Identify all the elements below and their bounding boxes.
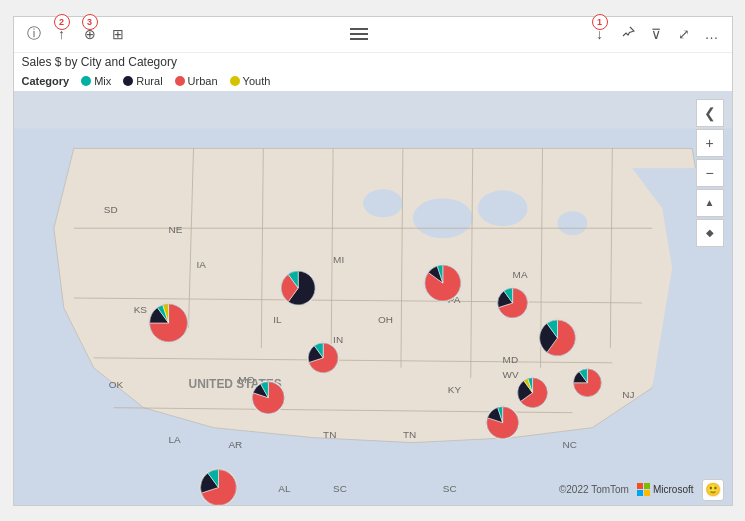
download-button[interactable]: 1 ↓ (588, 22, 612, 46)
chart-title: Sales $ by City and Category (14, 53, 732, 73)
fullscreen-icon: ⤢ (678, 26, 690, 42)
north-button[interactable]: ▲ (696, 189, 724, 217)
back-up-button[interactable]: 2 ↑ (50, 22, 74, 46)
num2-badge: 2 (54, 14, 70, 30)
ms-squares (637, 483, 650, 496)
legend-dot-mix (81, 76, 91, 86)
more-icon: … (705, 26, 719, 42)
legend-dot-youth (230, 76, 240, 86)
legend-text-rural: Rural (136, 75, 162, 87)
hamburger-line1 (350, 28, 368, 30)
pin-button[interactable] (616, 22, 640, 46)
toolbar-left: ⓘ 2 ↑ 3 ⊕ ⊞ (22, 22, 130, 46)
category-label: Category (22, 75, 70, 87)
legend-item-urban: Urban (175, 75, 218, 87)
map-controls: ❮ + − ▲ ◆ (696, 99, 724, 247)
toolbar-center (350, 28, 368, 40)
map-bottom-bar: ©2022 TomTom Microsoft 🙂 (559, 479, 724, 501)
hamburger-menu[interactable] (350, 28, 368, 40)
copyright-text: ©2022 TomTom (559, 484, 629, 495)
legend-bar: Category Mix Rural Urban Youth (14, 73, 732, 91)
pie-layer (14, 91, 732, 505)
ms-square-yellow (644, 490, 650, 496)
microsoft-logo: Microsoft (637, 483, 694, 496)
ms-square-blue (637, 490, 643, 496)
expand-button[interactable]: ⊞ (106, 22, 130, 46)
filter-button[interactable]: ⊽ (644, 22, 668, 46)
zoom-in-button[interactable]: + (696, 129, 724, 157)
legend-item-youth: Youth (230, 75, 271, 87)
feedback-button[interactable]: 🙂 (702, 479, 724, 501)
pin-icon (621, 26, 635, 43)
toolbar: ⓘ 2 ↑ 3 ⊕ ⊞ 1 ↓ (14, 17, 732, 53)
ms-square-green (644, 483, 650, 489)
back-icon: ❮ (704, 105, 716, 121)
locate-button[interactable]: ◆ (696, 219, 724, 247)
info-icon: ⓘ (27, 25, 41, 43)
map-area[interactable]: SD NE KS OK IA IL IN OH PA MI MA WV KY T… (14, 91, 732, 505)
num1-badge: 1 (592, 14, 608, 30)
smiley-icon: 🙂 (705, 482, 721, 497)
zoom-out-icon: − (705, 165, 713, 181)
hamburger-line3 (350, 38, 368, 40)
widget-container: ⓘ 2 ↑ 3 ⊕ ⊞ 1 ↓ (13, 16, 733, 506)
locate-icon: ◆ (706, 227, 714, 238)
ms-label: Microsoft (653, 484, 694, 495)
focus-button[interactable]: 3 ⊕ (78, 22, 102, 46)
legend-item-rural: Rural (123, 75, 162, 87)
zoom-out-button[interactable]: − (696, 159, 724, 187)
zoom-in-icon: + (705, 135, 713, 151)
hamburger-line2 (350, 33, 368, 35)
info-button[interactable]: ⓘ (22, 22, 46, 46)
legend-dot-urban (175, 76, 185, 86)
legend-dot-rural (123, 76, 133, 86)
legend-text-urban: Urban (188, 75, 218, 87)
num3-badge: 3 (82, 14, 98, 30)
map-back-button[interactable]: ❮ (696, 99, 724, 127)
fullscreen-button[interactable]: ⤢ (672, 22, 696, 46)
more-button[interactable]: … (700, 22, 724, 46)
filter-icon: ⊽ (651, 26, 661, 42)
legend-text-youth: Youth (243, 75, 271, 87)
north-icon: ▲ (705, 197, 715, 208)
legend-item-mix: Mix (81, 75, 111, 87)
expand-icon: ⊞ (112, 26, 124, 42)
toolbar-right: 1 ↓ ⊽ ⤢ … (588, 22, 724, 46)
title-text: Sales $ by City and Category (22, 55, 177, 69)
ms-square-red (637, 483, 643, 489)
legend-text-mix: Mix (94, 75, 111, 87)
